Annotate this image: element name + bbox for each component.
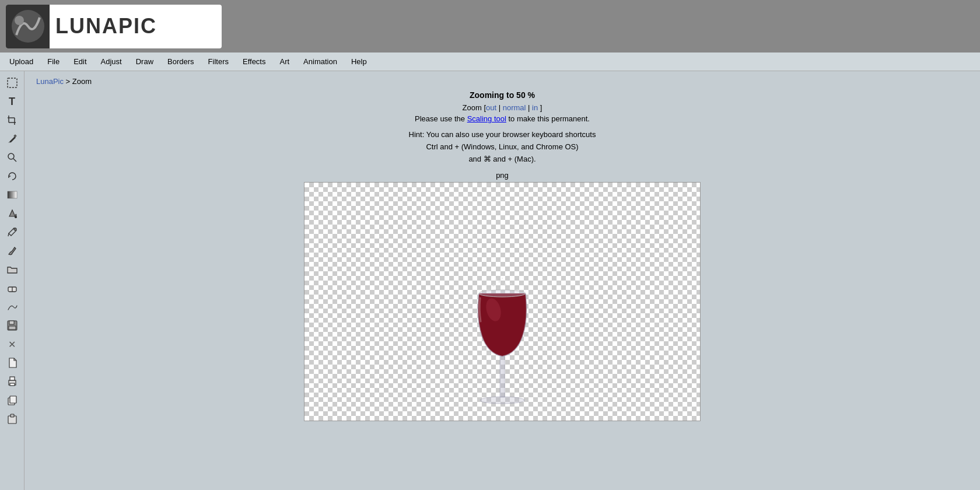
menu-borders[interactable]: Borders: [160, 54, 201, 69]
menu-upload[interactable]: Upload: [2, 54, 40, 69]
eyedropper-tool[interactable]: [4, 224, 20, 240]
svg-rect-25: [10, 414, 14, 417]
marquee-tool[interactable]: [4, 75, 20, 91]
paste-tool[interactable]: [4, 411, 20, 427]
zoom-info: Zooming to 50 % Zoom [out | normal | in …: [36, 90, 968, 165]
svg-point-26: [492, 284, 495, 286]
menubar: Upload File Edit Adjust Draw Borders Fil…: [0, 52, 980, 71]
svg-point-28: [504, 284, 506, 286]
menu-file[interactable]: File: [40, 54, 66, 69]
crop-tool[interactable]: [4, 112, 20, 128]
copy-tool[interactable]: [4, 392, 20, 408]
menu-art[interactable]: Art: [272, 54, 296, 69]
logo-icon: [6, 5, 50, 48]
svg-rect-17: [9, 321, 14, 324]
breadcrumb-current: Zoom: [72, 77, 92, 86]
svg-point-8: [8, 153, 14, 159]
zoom-hint: Hint: You can also use your browser keyb…: [36, 129, 968, 165]
image-format-label: png: [36, 171, 968, 180]
logo: LUNAPIC: [6, 5, 222, 48]
zoom-out-link[interactable]: out: [486, 103, 496, 112]
svg-point-35: [479, 290, 526, 297]
menu-draw[interactable]: Draw: [129, 54, 160, 69]
sidebar: T: [0, 71, 24, 490]
gradient-tool[interactable]: [4, 187, 20, 203]
wine-glass-image: [438, 234, 566, 421]
menu-animation[interactable]: Animation: [296, 54, 344, 69]
rotate-tool[interactable]: [4, 168, 20, 184]
menu-effects[interactable]: Effects: [236, 54, 273, 69]
svg-point-31: [496, 279, 498, 281]
menu-help[interactable]: Help: [344, 54, 374, 69]
menu-adjust[interactable]: Adjust: [94, 54, 129, 69]
svg-rect-20: [10, 377, 15, 380]
svg-rect-2: [8, 78, 17, 88]
zoom-tool[interactable]: [4, 149, 20, 166]
svg-rect-18: [9, 326, 16, 330]
scaling-tool-link[interactable]: Scaling tool: [467, 114, 506, 123]
print-tool[interactable]: [4, 373, 20, 390]
main-layout: T: [0, 71, 980, 490]
svg-line-9: [13, 159, 16, 162]
svg-point-1: [15, 16, 24, 25]
svg-rect-23: [10, 396, 16, 403]
pencil-tool[interactable]: [4, 131, 20, 147]
header: LUNAPIC: [0, 0, 980, 52]
zoom-controls: Zoom [out | normal | in ]: [36, 103, 968, 112]
scaling-info: Please use the Scaling tool to make this…: [36, 114, 968, 123]
svg-rect-21: [10, 383, 15, 386]
canvas-container: [304, 182, 701, 421]
logo-text: LUNAPIC: [50, 14, 157, 38]
svg-line-12: [8, 233, 9, 236]
text-tool[interactable]: T: [4, 93, 20, 110]
zoom-in-link[interactable]: in: [532, 103, 538, 112]
transparent-background: [304, 183, 700, 421]
breadcrumb-home[interactable]: LunaPic: [36, 77, 64, 86]
zoom-title: Zooming to 50 %: [36, 90, 968, 100]
svg-point-30: [502, 278, 503, 279]
svg-rect-10: [8, 191, 17, 198]
svg-rect-36: [500, 356, 505, 397]
fill-tool[interactable]: [4, 205, 20, 222]
close-tool[interactable]: ✕: [4, 336, 20, 352]
save-tool[interactable]: [4, 317, 20, 334]
svg-point-27: [499, 281, 501, 283]
menu-filters[interactable]: Filters: [201, 54, 236, 69]
eraser-tool[interactable]: [4, 280, 20, 296]
brush-tool[interactable]: [4, 243, 20, 259]
smudge-tool[interactable]: [4, 299, 20, 315]
menu-edit[interactable]: Edit: [66, 54, 93, 69]
svg-point-32: [508, 280, 509, 281]
breadcrumb: LunaPic > Zoom: [36, 77, 968, 86]
svg-point-11: [15, 216, 16, 218]
svg-point-13: [14, 228, 16, 230]
svg-point-29: [510, 283, 512, 285]
svg-point-37: [480, 397, 524, 404]
new-document-tool[interactable]: [4, 355, 20, 371]
content-area: LunaPic > Zoom Zooming to 50 % Zoom [out…: [24, 71, 980, 490]
folder-tool[interactable]: [4, 261, 20, 278]
zoom-normal-link[interactable]: normal: [503, 103, 526, 112]
